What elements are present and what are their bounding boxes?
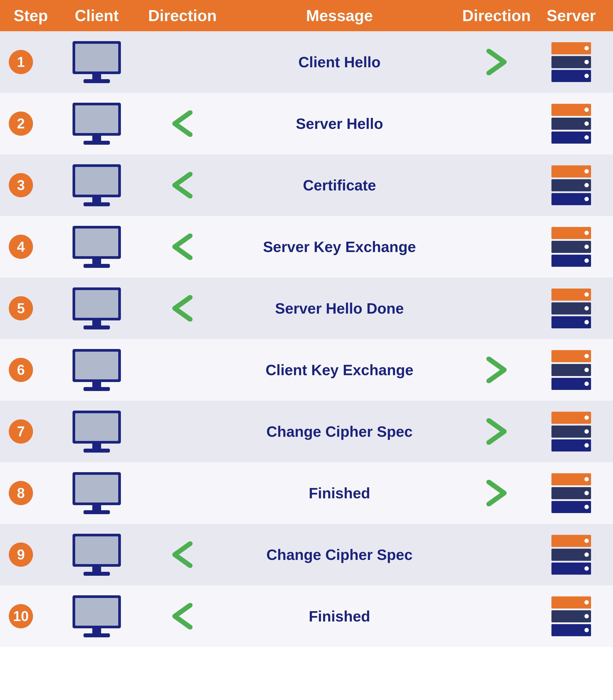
message-4: Server Key Exchange	[224, 238, 455, 255]
table-row-5: 5 Server Hello Done	[0, 278, 613, 339]
svg-point-69	[584, 443, 589, 447]
svg-point-15	[584, 107, 589, 112]
direction-right-6	[455, 357, 538, 383]
svg-point-5	[584, 46, 589, 50]
message-5: Server Hello Done	[224, 300, 455, 317]
svg-rect-41	[75, 290, 118, 318]
direction-left-10	[141, 603, 224, 629]
svg-point-85	[584, 538, 589, 543]
svg-point-57	[584, 368, 589, 372]
svg-point-65	[584, 416, 589, 420]
step-col-9: 9	[9, 543, 53, 567]
svg-rect-11	[75, 105, 118, 133]
server-rack-7	[538, 409, 604, 454]
step-col-3: 3	[9, 173, 53, 197]
client-monitor-5	[53, 285, 141, 331]
client-monitor-4	[53, 224, 141, 270]
svg-point-7	[584, 60, 589, 64]
svg-point-17	[584, 122, 589, 126]
step-badge-10: 10	[9, 604, 33, 628]
server-rack-4	[538, 225, 604, 269]
direction-left-5	[141, 295, 224, 321]
message-10: Finished	[224, 608, 455, 625]
table-row-1: 1 Client Hello	[0, 31, 613, 93]
direction-right-3	[455, 172, 538, 199]
direction-left-7	[141, 418, 224, 445]
direction-right-7	[455, 418, 538, 445]
svg-point-29	[584, 197, 589, 201]
svg-rect-53	[83, 387, 110, 391]
svg-point-49	[584, 320, 589, 324]
svg-rect-92	[92, 628, 101, 634]
direction-right-8	[455, 480, 538, 506]
direction-left-6	[141, 357, 224, 383]
svg-rect-83	[83, 572, 110, 576]
table-row-6: 6 Client Key Exchange	[0, 339, 613, 401]
svg-rect-63	[83, 449, 110, 453]
table-row-2: 2 Server Hello	[0, 93, 613, 154]
server-rack-2	[538, 102, 604, 145]
svg-point-27	[584, 183, 589, 187]
step-badge-3: 3	[9, 173, 33, 197]
svg-rect-21	[75, 167, 118, 195]
step-col-4: 4	[9, 235, 53, 259]
server-rack-9	[538, 533, 604, 577]
server-rack-3	[538, 163, 604, 207]
svg-point-47	[584, 306, 589, 310]
table-row-7: 7 Change Cipher Spec	[0, 401, 613, 462]
svg-point-9	[584, 74, 589, 78]
svg-point-59	[584, 382, 589, 386]
step-badge-9: 9	[9, 543, 33, 567]
direction-left-1	[141, 49, 224, 75]
svg-rect-93	[83, 633, 110, 637]
svg-rect-73	[83, 510, 110, 514]
step-badge-7: 7	[9, 419, 33, 444]
message-8: Finished	[224, 484, 455, 501]
direction-left-4	[141, 233, 224, 260]
message-9: Change Cipher Spec	[224, 546, 455, 563]
step-col-8: 8	[9, 481, 53, 505]
direction-right-2	[455, 111, 538, 137]
svg-rect-23	[83, 202, 110, 206]
direction-right-4	[455, 233, 538, 260]
header-step: Step	[9, 7, 53, 25]
step-badge-5: 5	[9, 296, 33, 320]
step-col-10: 10	[9, 604, 53, 628]
svg-point-77	[584, 491, 589, 495]
message-3: Certificate	[224, 177, 455, 194]
client-monitor-1	[53, 39, 141, 85]
step-badge-8: 8	[9, 481, 33, 505]
step-badge-1: 1	[9, 50, 33, 74]
svg-rect-82	[92, 567, 101, 572]
svg-rect-62	[92, 444, 101, 449]
header-server: Server	[538, 7, 604, 25]
svg-point-95	[584, 600, 589, 604]
server-rack-10	[538, 594, 604, 638]
table-row-10: 10 Finished	[0, 585, 613, 647]
message-6: Client Key Exchange	[224, 361, 455, 379]
svg-rect-33	[83, 264, 110, 268]
step-col-5: 5	[9, 296, 53, 320]
step-col-1: 1	[9, 50, 53, 74]
svg-point-35	[584, 231, 589, 235]
svg-point-39	[584, 258, 589, 263]
client-monitor-10	[53, 593, 141, 639]
direction-left-2	[141, 111, 224, 137]
message-2: Server Hello	[224, 115, 455, 132]
svg-rect-51	[75, 352, 118, 379]
direction-right-9	[455, 542, 538, 568]
tls-handshake-table: Step Client Direction Message Direction …	[0, 0, 613, 647]
step-badge-6: 6	[9, 358, 33, 382]
step-col-2: 2	[9, 112, 53, 136]
direction-left-9	[141, 542, 224, 568]
header-message: Message	[224, 7, 455, 25]
client-monitor-8	[53, 470, 141, 516]
server-rack-6	[538, 348, 604, 392]
svg-point-97	[584, 614, 589, 619]
client-monitor-6	[53, 347, 141, 393]
svg-point-37	[584, 244, 589, 249]
svg-point-87	[584, 552, 589, 557]
message-7: Change Cipher Spec	[224, 423, 455, 440]
svg-point-19	[584, 135, 589, 140]
svg-rect-71	[75, 475, 118, 502]
